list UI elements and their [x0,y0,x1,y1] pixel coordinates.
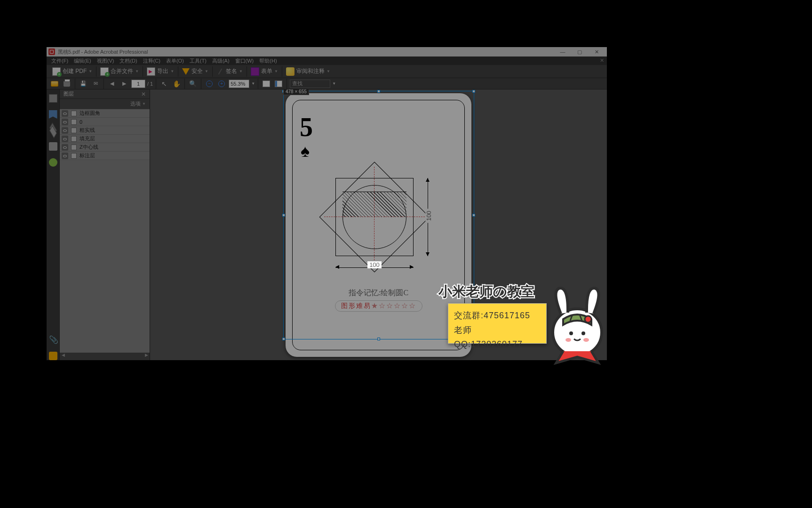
dropdown-icon: ▼ [142,102,146,106]
signatures-panel-icon[interactable] [49,142,57,151]
menu-edit[interactable]: 编辑(E) [71,57,94,65]
form-icon [251,67,259,76]
menu-help[interactable]: 帮助(H) [256,57,279,65]
layer-icon [71,128,77,133]
zoom-out-button[interactable]: − [204,79,215,89]
hand-tool[interactable]: ✋ [171,79,182,89]
titlebar: 黑桃5.pdf - Adobe Acrobat Professional — ▢… [47,47,607,56]
layers-panel-icon[interactable] [49,126,57,135]
sign-button[interactable]: 签名▼ [214,66,246,77]
eye-icon[interactable] [62,110,68,117]
layer-item[interactable]: 标注层 [60,152,150,160]
resize-handle[interactable] [472,338,475,340]
dropdown-icon: ▼ [274,69,278,73]
resize-handle[interactable] [377,90,380,93]
attachments-panel-icon[interactable]: 📎 [49,336,57,344]
menu-view[interactable]: 视图(V) [94,57,117,65]
email-button[interactable]: ✉ [90,79,101,89]
menu-form[interactable]: 表单(O) [163,57,187,65]
menu-window[interactable]: 窗口(W) [232,57,257,65]
layer-item[interactable]: Z中心线 [60,143,150,152]
bookmarks-panel-icon[interactable] [49,110,57,119]
fit-page-icon [275,81,282,87]
folder-icon [51,81,58,87]
menubar: 文件(F) 编辑(E) 视图(V) 文档(D) 注释(C) 表单(O) 工具(T… [47,56,607,65]
help-panel-icon[interactable] [49,158,57,167]
dropdown-icon: ▼ [239,69,243,73]
export-button[interactable]: 导出▼ [144,66,177,77]
app-icon [48,48,55,55]
layer-item[interactable]: 填充层 [60,135,150,143]
menu-file[interactable]: 文件(F) [48,57,71,65]
acrobat-window: 黑桃5.pdf - Adobe Acrobat Professional — ▢… [47,47,607,360]
create-pdf-button[interactable]: 创建 PDF▼ [49,66,95,77]
fit-width-button[interactable] [261,79,271,89]
layer-item[interactable]: 粗实线 [60,126,150,135]
print-button[interactable] [62,79,72,89]
resize-handle[interactable] [282,214,285,217]
panel-left-icon[interactable]: ◀ [60,353,66,360]
create-pdf-icon [52,67,61,76]
minimize-button[interactable]: — [554,48,571,56]
select-tool[interactable]: ↖ [159,79,169,89]
secure-icon [182,68,190,75]
maximize-button[interactable]: ▢ [571,48,588,56]
eye-icon[interactable] [62,127,68,134]
difficulty-badge: 图形难易★☆☆☆☆☆ [335,300,422,312]
eye-icon[interactable] [62,144,68,151]
search-input[interactable] [290,80,330,88]
search-dropdown-icon[interactable]: ▼ [332,81,336,86]
layers-list[interactable]: 边框圆角 0 粗实线 填充层 Z中心线 标注层 [60,109,150,353]
layer-icon [71,119,77,125]
zoom-out-icon: − [206,81,213,87]
layer-icon [71,153,77,159]
marquee-zoom[interactable]: 🔍 [188,79,198,89]
zoom-in-icon: + [218,81,225,87]
panel-close-icon[interactable]: ✕ [141,91,146,97]
fit-width-icon [263,81,270,87]
review-icon [286,67,295,76]
zoom-level-input[interactable] [229,80,249,88]
comments-panel-icon[interactable] [49,352,57,360]
zoom-in-button[interactable]: + [216,79,227,89]
print-icon [64,81,70,87]
fit-page-button[interactable] [273,79,284,89]
pages-panel-icon[interactable] [49,94,57,103]
menu-comment[interactable]: 注释(C) [140,57,163,65]
layers-options-button[interactable]: 选项▼ [60,99,150,109]
page-number-input[interactable] [131,80,145,88]
menubar-close-icon[interactable]: ✕ [600,57,604,64]
eye-icon[interactable] [62,119,68,125]
eye-icon[interactable] [62,153,68,159]
panel-right-icon[interactable]: ▶ [143,353,150,360]
menu-tool[interactable]: 工具(T) [187,57,209,65]
document-area[interactable]: 5 ♠ 100 100 指令记忆:绘制圆C 图形难易★☆☆☆☆☆ [150,89,607,360]
eye-icon[interactable] [62,136,68,142]
window-title: 黑桃5.pdf - Adobe Acrobat Professional [58,48,148,56]
save-button[interactable]: 💾 [78,79,88,89]
open-button[interactable] [49,79,60,89]
zoom-dropdown-icon[interactable]: ▼ [251,81,255,86]
form-button[interactable]: 表单▼ [248,66,281,77]
combine-files-button[interactable]: 合并文件▼ [97,66,142,77]
pdf-page[interactable]: 5 ♠ 100 100 指令记忆:绘制圆C 图形难易★☆☆☆☆☆ [286,93,471,357]
layer-item[interactable]: 0 [60,118,150,126]
menu-document[interactable]: 文档(D) [117,57,140,65]
secure-button[interactable]: 安全▼ [179,66,211,76]
dimension-height: 100 [423,178,432,256]
resize-handle[interactable] [282,338,285,340]
dropdown-icon: ▼ [88,69,92,73]
next-page-button[interactable]: ▶ [119,79,129,89]
resize-handle[interactable] [472,214,475,217]
export-icon [147,67,155,76]
layer-icon [71,145,77,150]
close-button[interactable]: ✕ [588,48,605,56]
review-button[interactable]: 审阅和注释▼ [283,66,333,77]
prev-page-button[interactable]: ◀ [107,79,117,89]
dropdown-icon: ▼ [135,69,139,73]
menu-advanced[interactable]: 高级(A) [209,57,232,65]
inscribed-circle [342,185,406,249]
layers-panel-title: 图层 [64,90,74,97]
resize-handle[interactable] [472,90,475,93]
layer-item[interactable]: 边框圆角 [60,109,150,118]
